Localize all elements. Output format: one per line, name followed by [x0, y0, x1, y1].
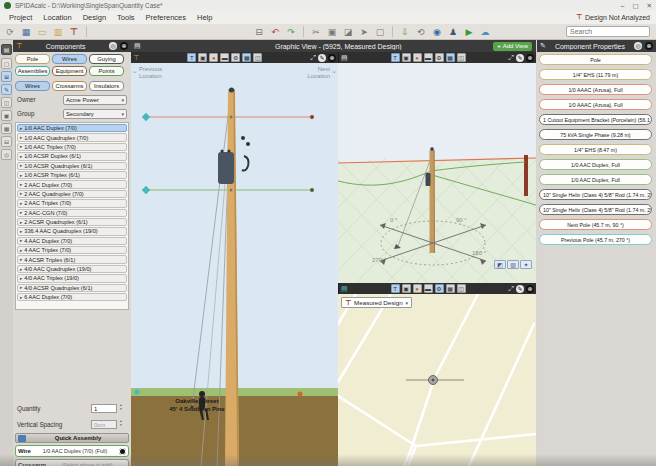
close-button[interactable]: ✕	[647, 2, 652, 10]
annotation-icon[interactable]: ▣	[402, 284, 411, 293]
wire-list-item[interactable]: ▸ 4/0 ACSR Quadruplex (6/1)	[17, 284, 127, 292]
users-icon[interactable]: ♟	[446, 25, 460, 38]
category-button[interactable]: Assemblies	[15, 66, 50, 76]
wire-list-item[interactable]: ▸ 2 AAC Duplex (7/0)	[17, 180, 127, 188]
component-pill[interactable]: 1/0 AAAC (Azusa), Full	[539, 99, 652, 110]
sync-icon[interactable]: ⟳	[3, 25, 17, 38]
text-tool-icon[interactable]: T	[187, 53, 196, 62]
expand-arrow-icon[interactable]: ▸	[20, 276, 22, 281]
wire-list-item[interactable]: ▸ 1/0 ACSR Quadruplex (6/1)	[17, 162, 127, 170]
expand-arrow-icon[interactable]: ▸	[20, 267, 22, 272]
snapshot-icon[interactable]: ▦	[446, 53, 455, 62]
expand-arrow-icon[interactable]: ▸	[20, 201, 22, 206]
quantity-stepper[interactable]: ▴▾	[120, 404, 122, 411]
node-tool-icon[interactable]: ●	[413, 284, 422, 293]
annotation-icon[interactable]: ▣	[198, 53, 207, 62]
expand-arrow-icon[interactable]: ▸	[20, 285, 22, 290]
layers-icon[interactable]: ◫	[457, 284, 466, 293]
pole-tool-icon[interactable]: ⊤	[67, 25, 81, 38]
delete-icon[interactable]: ⊟	[252, 25, 266, 38]
restore-icon[interactable]: ⟲	[414, 25, 428, 38]
category-button[interactable]: Pole	[15, 54, 50, 64]
component-pill[interactable]: 1 Cutout Equipment Bracket (Porcelain) (…	[539, 114, 652, 125]
text-tool-icon[interactable]: T	[391, 284, 400, 293]
menu-item[interactable]: Project	[9, 13, 32, 22]
menu-item[interactable]: Help	[197, 13, 212, 22]
wire-list-item[interactable]: ▸ 4 ACSR Triplex (6/1)	[17, 255, 127, 263]
node-tool-icon[interactable]: ●	[413, 53, 422, 62]
marquee-icon[interactable]: ▢	[373, 25, 387, 38]
wire-list-item[interactable]: ▸ 4/0 AAC Quadruplex (19/0)	[17, 265, 127, 273]
component-pill[interactable]: 75 kVA Single Phase (9.28 m)	[539, 129, 652, 140]
menu-item[interactable]: Preferences	[146, 13, 186, 22]
minimize-button[interactable]: –	[621, 2, 625, 10]
wire-list-item[interactable]: ▸ 2 AAC-CGN (7/0)	[17, 209, 127, 217]
quick-assembly-crossarm-row[interactable]: Crossarm (Select above to add)	[15, 459, 129, 466]
side-edit-icon[interactable]: ✎	[1, 84, 12, 95]
copy-icon[interactable]: ▣	[325, 25, 339, 38]
layers-icon[interactable]: ◫	[457, 53, 466, 62]
select-target-icon[interactable]	[119, 448, 126, 455]
cut-icon[interactable]: ✂	[309, 25, 323, 38]
side-grid-icon[interactable]: ▦	[1, 123, 12, 134]
edit-pencil-icon[interactable]: ✎	[540, 42, 546, 50]
expand-arrow-icon[interactable]: ▸	[20, 135, 22, 140]
side-target-icon[interactable]: ◎	[1, 149, 12, 160]
subtab-button[interactable]: Insulators	[89, 81, 124, 91]
expand-arrow-icon[interactable]: ▸	[20, 229, 22, 234]
settings-icon[interactable]: ⚙	[435, 284, 444, 293]
category-button[interactable]: Equipment	[52, 66, 87, 76]
maximize-button[interactable]: ▢	[632, 2, 638, 10]
quick-assembly-wire-row[interactable]: Wire 1/0 AAC Duplex (7/0) (Full)	[15, 445, 129, 457]
wire-list-item[interactable]: ▸ 4 AAC Duplex (7/0)	[17, 237, 127, 245]
close-panel-icon[interactable]: ⊗	[120, 42, 128, 50]
wire-list-item[interactable]: ▸ 1/0 AAC Quadruplex (7/0)	[17, 133, 127, 141]
close-panel-icon[interactable]: ⊗	[645, 42, 653, 50]
wire-list-item[interactable]: ▸ 1/0 ACSR Duplex (6/1)	[17, 152, 127, 160]
wire-list-item[interactable]: ▸ 6 AAC Duplex (7/0)	[17, 293, 127, 301]
close-view-icon[interactable]: ⊗	[328, 54, 336, 62]
pin-panel-icon[interactable]: ◎	[634, 42, 642, 50]
expand-view-icon[interactable]: ⤢	[508, 285, 514, 293]
quantity-input[interactable]: 1	[91, 404, 117, 413]
camera-button[interactable]: ◩	[494, 260, 506, 269]
expand-arrow-icon[interactable]: ▸	[20, 154, 22, 159]
open-folder-icon[interactable]: ▭	[35, 25, 49, 38]
component-pill[interactable]: 1/0 AAC Duplex, Full	[539, 174, 652, 185]
annotation-icon[interactable]: ▣	[402, 53, 411, 62]
expand-arrow-icon[interactable]: ▸	[20, 210, 22, 215]
grid-button[interactable]: ▥	[507, 260, 519, 269]
wire-list-item[interactable]: ▸ 2 AAC Triplex (7/0)	[17, 199, 127, 207]
wire-list-item[interactable]: ▸ 4 AAC Triplex (7/0)	[17, 246, 127, 254]
subtab-button[interactable]: Crossarms	[52, 81, 87, 91]
wire-list-item[interactable]: ▸ 2 ACSR Quadruplex (6/1)	[17, 218, 127, 226]
side-remove-icon[interactable]: ⊟	[1, 136, 12, 147]
undo-icon[interactable]: ↶	[268, 25, 282, 38]
edit-view-icon[interactable]: ✎	[318, 54, 326, 62]
expand-view-icon[interactable]: ⤢	[508, 54, 514, 62]
side-doc-icon[interactable]: ▢	[1, 58, 12, 69]
menu-item[interactable]: Design	[83, 13, 106, 22]
subtab-button[interactable]: Wires	[15, 81, 50, 91]
measure-tool-icon[interactable]: ▬	[424, 284, 433, 293]
vertical-spacing-input[interactable]: 0cm	[91, 420, 117, 429]
expand-arrow-icon[interactable]: ▸	[20, 257, 22, 262]
save-icon[interactable]: ▦	[19, 25, 33, 38]
side-copy-icon[interactable]: ▣	[1, 110, 12, 121]
expand-arrow-icon[interactable]: ▸	[20, 163, 22, 168]
map-view[interactable]: ⊤ Measured Design ▾	[338, 294, 536, 466]
edit-view-icon[interactable]: ✎	[516, 54, 524, 62]
pin-panel-icon[interactable]: ◎	[109, 42, 117, 50]
search-input[interactable]	[566, 26, 650, 37]
snapshot-icon[interactable]: ▦	[242, 53, 251, 62]
expand-arrow-icon[interactable]: ▸	[20, 126, 22, 131]
node-tool-icon[interactable]: ●	[209, 53, 218, 62]
settings-icon[interactable]: ⚙	[435, 53, 444, 62]
menu-item[interactable]: Tools	[117, 13, 135, 22]
profile-view[interactable]: ⌄ PreviousLocation ⌄ NextLocation	[131, 63, 338, 466]
design-selector-dropdown[interactable]: ⊤ Measured Design ▾	[341, 297, 412, 308]
side-add-icon[interactable]: ⊞	[1, 71, 12, 82]
tools-button[interactable]: ✦	[520, 260, 532, 269]
layers-icon[interactable]: ◫	[253, 53, 262, 62]
expand-arrow-icon[interactable]: ▸	[20, 248, 22, 253]
